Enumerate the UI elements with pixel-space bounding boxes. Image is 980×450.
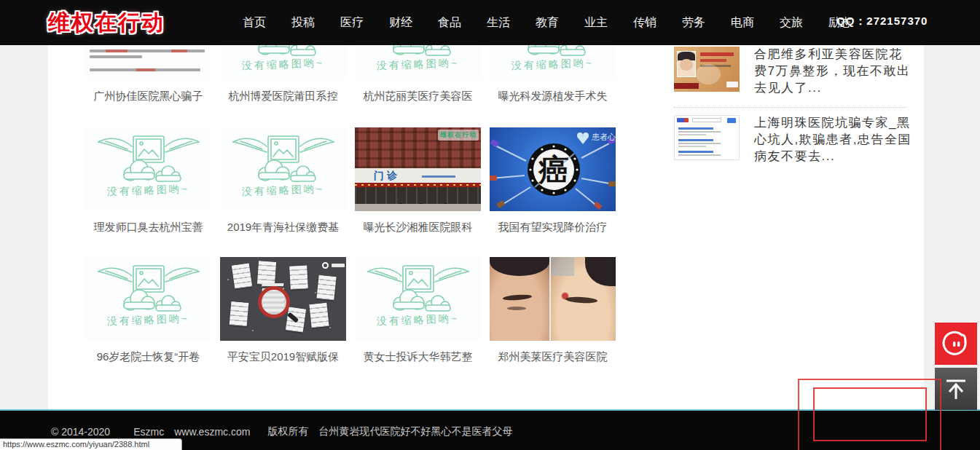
sidebar-article-title: 上海明珠医院坑骗专家_黑心坑人,欺骗患者,忠告全国病友不要去... bbox=[754, 114, 912, 165]
article-card[interactable]: 广州协佳医院黑心骗子 bbox=[85, 45, 211, 103]
sign-subtext bbox=[422, 175, 455, 178]
article-card[interactable]: 癌 患者心 我国有望实现降价治疗 bbox=[490, 127, 616, 234]
site-url-text[interactable]: www.eszmc.com bbox=[174, 426, 250, 438]
article-thumbnail: 没有缩略图哟~ bbox=[355, 257, 481, 341]
sidebar-article[interactable]: 上海明珠医院坑骗专家_黑心坑人,欺骗患者,忠告全国病友不要去... bbox=[674, 115, 912, 176]
patient-heart-logo-text: 患者心 bbox=[592, 133, 616, 141]
article-thumbnail bbox=[85, 45, 211, 80]
article-card[interactable]: 维权在行动 门诊 曝光长沙湘雅医院眼科 bbox=[355, 127, 481, 234]
dartboard-graphic: 癌 患者心 bbox=[490, 127, 616, 211]
article-caption: 2019年青海社保缴费基 bbox=[220, 220, 346, 234]
result-text-line bbox=[678, 131, 721, 133]
faces-photo-thumb bbox=[490, 257, 616, 341]
site-logo[interactable]: 维权在行动 bbox=[48, 8, 165, 38]
article-caption: 黄女士投诉大华韩艺整 bbox=[355, 350, 481, 364]
chat-bubble-icon bbox=[942, 330, 970, 358]
article-card[interactable]: 没有缩略图哟~ 杭州芘丽芙医疗美容医 bbox=[355, 45, 481, 103]
text-line-red bbox=[171, 50, 187, 52]
article-caption: 杭州芘丽芙医疗美容医 bbox=[355, 89, 481, 103]
document-card bbox=[316, 275, 336, 300]
nav-item-food[interactable]: 食品 bbox=[438, 15, 461, 31]
placeholder-thumb: 没有缩略图哟~ bbox=[490, 45, 616, 80]
nav-item-medical[interactable]: 医疗 bbox=[340, 15, 364, 31]
back-to-top-button[interactable] bbox=[935, 368, 977, 410]
placeholder-thumb: 没有缩略图哟~ bbox=[220, 45, 346, 80]
nav-item-owner[interactable]: 业主 bbox=[584, 15, 608, 31]
sidebar-article[interactable]: 合肥维多利亚美容医院花费7万鼻整形，现在不敢出去见人了... bbox=[674, 47, 912, 108]
cancer-character: 癌 bbox=[538, 153, 569, 187]
nav-item-finance[interactable]: 财经 bbox=[389, 15, 412, 31]
search-button bbox=[727, 118, 736, 123]
red-text-line bbox=[700, 59, 726, 62]
footer-text: © 2014-2020 Eszmc www.eszmc.com 版权所有 台州黄… bbox=[51, 425, 512, 438]
decor-dots bbox=[227, 279, 229, 280]
right-face bbox=[551, 257, 616, 341]
text-line bbox=[90, 55, 142, 58]
article-thumbnail: 没有缩略图哟~ bbox=[85, 127, 211, 211]
logo-text-bar bbox=[332, 264, 345, 267]
face bbox=[680, 59, 693, 71]
search-box bbox=[692, 118, 721, 122]
nav-item-submit[interactable]: 投稿 bbox=[291, 15, 315, 31]
copyright-text: © 2014-2020 bbox=[51, 426, 110, 438]
white-chip bbox=[726, 82, 738, 87]
result-text-line bbox=[678, 134, 706, 135]
article-card[interactable]: 没有缩略图哟~ 黄女士投诉大华韩艺整 bbox=[355, 257, 481, 364]
cancer-dartboard-thumb: 癌 患者心 bbox=[490, 127, 616, 211]
left-face bbox=[490, 257, 549, 341]
hospital-photo-thumb: 维权在行动 门诊 bbox=[355, 127, 481, 211]
text-line-red bbox=[136, 68, 155, 71]
article-caption: 杭州博爱医院莆田系控 bbox=[220, 89, 346, 103]
article-caption: 曝光科发源植发手术失 bbox=[490, 89, 616, 103]
eyebrow bbox=[503, 294, 532, 301]
search-logo bbox=[677, 118, 689, 122]
article-card[interactable]: 郑州美莱医疗美容医院 bbox=[490, 257, 616, 364]
nav-item-home[interactable]: 首页 bbox=[243, 15, 266, 31]
article-card[interactable]: 没有缩略图哟~ 理发师口臭去杭州宝善 bbox=[85, 127, 211, 234]
outpatient-sign: 门诊 bbox=[374, 170, 400, 183]
article-caption: 广州协佳医院黑心骗子 bbox=[85, 89, 211, 103]
watermark-stamp: 维权在行动 bbox=[438, 130, 479, 141]
background-patch bbox=[551, 257, 574, 276]
eyebrow bbox=[565, 296, 597, 304]
entrance-doors bbox=[355, 187, 481, 204]
sidebar-thumbnail bbox=[674, 47, 740, 92]
nav-item-education[interactable]: 教育 bbox=[536, 15, 559, 31]
article-thumbnail: 没有缩略图哟~ bbox=[85, 257, 211, 341]
result-text-line bbox=[678, 154, 721, 156]
result-text-line bbox=[678, 143, 721, 144]
placeholder-thumb: 没有缩略图哟~ bbox=[355, 45, 481, 80]
arrow-up-icon bbox=[941, 374, 971, 403]
article-card[interactable]: 平安宝贝2019智赋版保 bbox=[220, 257, 346, 364]
magnifier-icon bbox=[258, 286, 290, 318]
nav-menu: 首页 投稿 医疗 财经 食品 生活 教育 业主 传销 劳务 电商 交旅 励志 bbox=[243, 0, 852, 45]
eye bbox=[507, 307, 526, 310]
text-article-thumb bbox=[85, 45, 211, 80]
nav-item-life[interactable]: 生活 bbox=[487, 15, 510, 31]
portrait-photo bbox=[677, 51, 696, 77]
document-card bbox=[309, 303, 329, 328]
article-card[interactable]: 没有缩略图哟~ 2019年青海社保缴费基 bbox=[220, 127, 346, 234]
result-text-line bbox=[678, 146, 706, 147]
nav-item-travel[interactable]: 交旅 bbox=[780, 15, 803, 31]
site-name-text: Eszmc bbox=[133, 426, 164, 438]
qq-chat-button[interactable] bbox=[935, 323, 977, 365]
documents-magnifier-thumb bbox=[220, 257, 346, 341]
text-line-red bbox=[106, 50, 128, 52]
red-banner bbox=[674, 83, 699, 89]
article-card[interactable]: 没有缩略图哟~ 96岁老院士恢复“开卷 bbox=[85, 257, 211, 364]
nav-item-labor[interactable]: 劳务 bbox=[682, 15, 705, 31]
nav-item-pyramid[interactable]: 传销 bbox=[633, 15, 656, 31]
sidebar-thumbnail bbox=[674, 115, 740, 160]
watermark bbox=[696, 64, 721, 84]
article-card[interactable]: 没有缩略图哟~ 杭州博爱医院莆田系控 bbox=[220, 45, 346, 103]
ground bbox=[355, 204, 481, 211]
footer-slogan: 台州黄岩现代医院好不好黑心不是医者父母 bbox=[318, 425, 512, 438]
photo-divider bbox=[549, 257, 551, 341]
hair bbox=[490, 257, 549, 276]
red-text-line bbox=[700, 52, 734, 56]
page: 维权在行动 首页 投稿 医疗 财经 食品 生活 教育 业主 传销 劳务 电商 交… bbox=[0, 0, 980, 450]
article-card[interactable]: 没有缩略图哟~ 曝光科发源植发手术失 bbox=[490, 45, 616, 103]
article-caption: 平安宝贝2019智赋版保 bbox=[220, 350, 346, 364]
nav-item-ecommerce[interactable]: 电商 bbox=[731, 15, 754, 31]
